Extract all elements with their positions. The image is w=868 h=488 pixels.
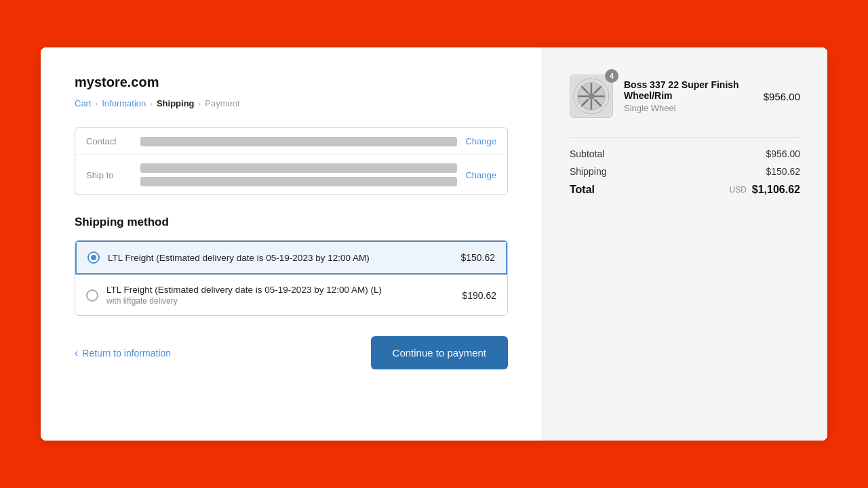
item-price: $956.00 — [764, 91, 800, 102]
total-value: $1,106.62 — [752, 184, 800, 196]
subtotal-value: $956.00 — [766, 148, 800, 159]
ship-to-row: Ship to Change — [75, 155, 507, 195]
svg-point-2 — [588, 93, 595, 100]
order-divider — [570, 137, 800, 138]
ship-to-change-link[interactable]: Change — [465, 170, 496, 180]
shipping-summary-label: Shipping — [570, 166, 607, 177]
shipping-summary-value: $150.62 — [766, 166, 800, 177]
contact-label: Contact — [86, 136, 140, 146]
item-details: Boss 337 22 Super Finish Wheel/Rim Singl… — [624, 79, 753, 113]
item-image — [570, 75, 613, 118]
breadcrumb-payment: Payment — [205, 98, 239, 108]
option-sub-1: with liftgate delivery — [106, 296, 462, 306]
checkout-container: mystore.com Cart › Information › Shippin… — [41, 47, 827, 441]
option-price-1: $190.62 — [462, 290, 496, 301]
shipping-option-1[interactable]: LTL Freight (Estimated delivery date is … — [75, 274, 507, 315]
contact-value — [140, 137, 457, 146]
contact-ship-box: Contact Change Ship to Change — [75, 127, 508, 195]
shipping-options-list: LTL Freight (Estimated delivery date is … — [75, 240, 508, 316]
breadcrumb: Cart › Information › Shipping › Payment — [75, 98, 508, 108]
wheel-image-icon — [572, 77, 610, 115]
contact-placeholder — [140, 137, 457, 146]
total-currency: USD — [729, 185, 746, 195]
order-item: 4 Boss 337 22 Super Finish Wheel/Rim Sin… — [570, 75, 800, 118]
item-variant: Single Wheel — [624, 103, 753, 113]
ship-to-label: Ship to — [86, 170, 140, 180]
ship-to-placeholder-1 — [140, 163, 457, 173]
option-price-0: $150.62 — [460, 252, 495, 263]
shipping-option-0[interactable]: LTL Freight (Estimated delivery date is … — [75, 241, 507, 274]
item-quantity-badge: 4 — [605, 69, 618, 83]
return-to-information-link[interactable]: ‹ Return to information — [75, 348, 171, 359]
total-row: Total USD $1,106.62 — [570, 184, 800, 196]
item-name: Boss 337 22 Super Finish Wheel/Rim — [624, 79, 753, 101]
store-name: mystore.com — [75, 75, 508, 90]
breadcrumb-shipping: Shipping — [157, 98, 195, 108]
actions-row: ‹ Return to information Continue to paym… — [75, 336, 508, 369]
continue-to-payment-button[interactable]: Continue to payment — [371, 336, 508, 369]
option-label-0: LTL Freight (Estimated delivery date is … — [108, 253, 460, 263]
right-panel: 4 Boss 337 22 Super Finish Wheel/Rim Sin… — [542, 47, 827, 441]
shipping-summary-row: Shipping $150.62 — [570, 166, 800, 177]
ship-to-value — [140, 163, 457, 186]
contact-change-link[interactable]: Change — [465, 136, 496, 146]
total-label: Total — [570, 184, 595, 196]
option-text-1: LTL Freight (Estimated delivery date is … — [106, 285, 462, 306]
shipping-method-title: Shipping method — [75, 216, 508, 229]
item-image-wrapper: 4 — [570, 75, 613, 118]
radio-option-0[interactable] — [87, 251, 100, 264]
breadcrumb-information[interactable]: Information — [102, 98, 146, 108]
subtotal-label: Subtotal — [570, 148, 604, 159]
back-chevron-icon: ‹ — [75, 348, 78, 359]
radio-option-1[interactable] — [86, 289, 98, 302]
breadcrumb-sep-2: › — [150, 100, 153, 108]
left-panel: mystore.com Cart › Information › Shippin… — [41, 47, 542, 441]
ship-to-placeholder-2 — [140, 177, 457, 186]
total-value-group: USD $1,106.62 — [729, 184, 800, 196]
contact-row: Contact Change — [75, 128, 507, 155]
subtotal-row: Subtotal $956.00 — [570, 148, 800, 159]
breadcrumb-sep-1: › — [96, 100, 98, 108]
back-link-label: Return to information — [82, 348, 171, 359]
breadcrumb-cart[interactable]: Cart — [75, 98, 92, 108]
breadcrumb-sep-3: › — [199, 100, 201, 108]
option-text-0: LTL Freight (Estimated delivery date is … — [108, 253, 460, 263]
option-label-1: LTL Freight (Estimated delivery date is … — [106, 285, 462, 295]
